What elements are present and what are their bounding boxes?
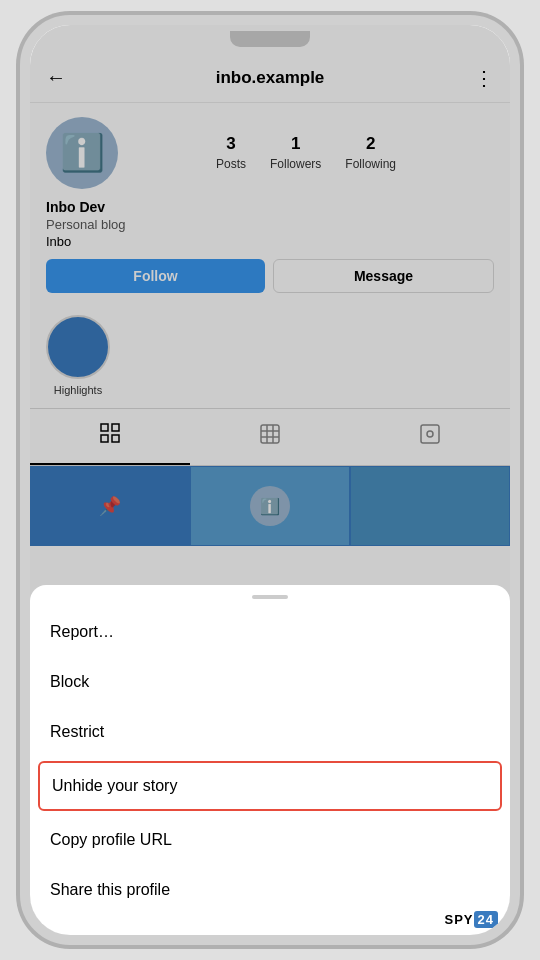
profile-username: Inbo [46, 234, 494, 249]
grid-icon [98, 421, 122, 451]
spy-text: SPY [445, 912, 474, 927]
svg-rect-1 [112, 424, 119, 431]
tab-tagged[interactable] [350, 409, 510, 465]
svg-rect-4 [261, 425, 279, 443]
followers-count: 1 [270, 134, 321, 154]
followers-label: Followers [270, 157, 321, 171]
tab-reels[interactable] [190, 409, 350, 465]
reels-icon [258, 422, 282, 452]
message-button[interactable]: Message [273, 259, 494, 293]
top-nav: ← inbo.example ⋮ [30, 53, 510, 103]
sheet-item-restrict[interactable]: Restrict [30, 707, 510, 757]
highlights-section: Highlights [30, 303, 510, 408]
follow-button[interactable]: Follow [46, 259, 265, 293]
phone-frame: ← inbo.example ⋮ ℹ️ 3 Posts 1 Followers … [20, 15, 520, 945]
profile-top-row: ℹ️ 3 Posts 1 Followers 2 Following [46, 117, 494, 189]
stat-following[interactable]: 2 Following [345, 134, 396, 172]
post-cell-3[interactable] [350, 466, 510, 546]
svg-rect-3 [112, 435, 119, 442]
notch [230, 31, 310, 47]
svg-rect-2 [101, 435, 108, 442]
avatar-icon: ℹ️ [60, 132, 105, 174]
avatar: ℹ️ [46, 117, 118, 189]
post-cell-2[interactable]: ℹ️ [190, 466, 350, 546]
bottom-sheet: Report… Block Restrict Unhide your story… [30, 585, 510, 935]
posts-count: 3 [216, 134, 246, 154]
tagged-icon [418, 422, 442, 452]
stats-row: 3 Posts 1 Followers 2 Following [118, 134, 494, 172]
stat-posts: 3 Posts [216, 134, 246, 172]
profile-section: ℹ️ 3 Posts 1 Followers 2 Following Inbo … [30, 103, 510, 303]
stat-followers[interactable]: 1 Followers [270, 134, 321, 172]
tab-grid[interactable] [30, 409, 190, 465]
following-count: 2 [345, 134, 396, 154]
svg-rect-9 [421, 425, 439, 443]
spy-watermark: SPY24 [445, 912, 498, 927]
profile-bio: Personal blog [46, 217, 494, 232]
highlight-circle [46, 315, 110, 379]
sheet-item-unhide[interactable]: Unhide your story [38, 761, 502, 811]
pin-icon: 📌 [99, 495, 121, 517]
sheet-item-report[interactable]: Report… [30, 607, 510, 657]
posts-label: Posts [216, 157, 246, 171]
sheet-item-block[interactable]: Block [30, 657, 510, 707]
svg-point-10 [427, 431, 433, 437]
page-title: inbo.example [216, 68, 325, 88]
svg-rect-0 [101, 424, 108, 431]
status-bar [30, 25, 510, 53]
tabs-row [30, 408, 510, 466]
spy-num: 24 [474, 911, 498, 928]
action-buttons: Follow Message [46, 259, 494, 293]
sheet-handle [252, 595, 288, 599]
posts-grid: 📌 ℹ️ [30, 466, 510, 546]
back-button[interactable]: ← [46, 66, 66, 89]
more-options-button[interactable]: ⋮ [474, 66, 494, 90]
following-label: Following [345, 157, 396, 171]
profile-info: Inbo Dev Personal blog Inbo [46, 199, 494, 249]
post-cell-1[interactable]: 📌 [30, 466, 190, 546]
sheet-item-share[interactable]: Share this profile [30, 865, 510, 915]
highlight-item[interactable]: Highlights [46, 315, 110, 396]
profile-name: Inbo Dev [46, 199, 494, 215]
highlight-label: Highlights [54, 384, 102, 396]
sheet-item-copy-url[interactable]: Copy profile URL [30, 815, 510, 865]
